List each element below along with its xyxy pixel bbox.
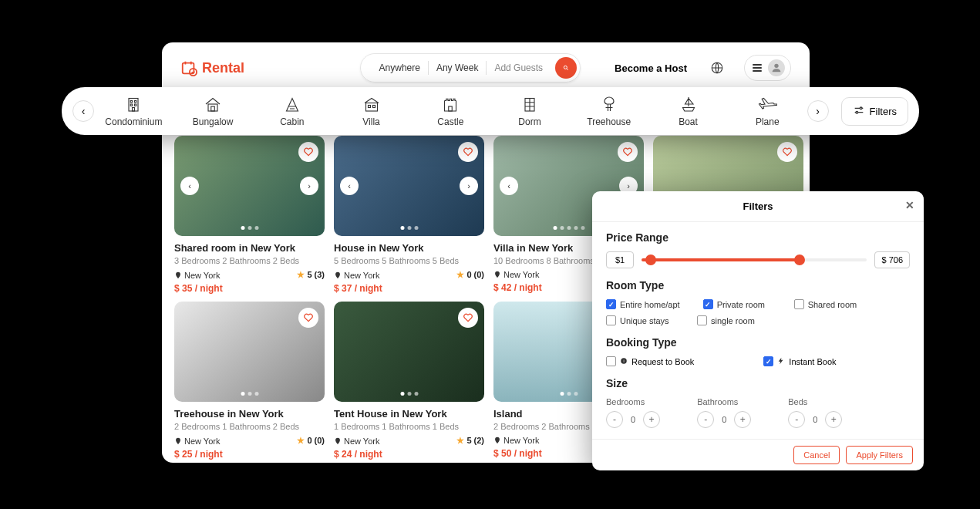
category-condominium[interactable]: Condominium <box>94 95 173 127</box>
search-when[interactable]: Any Week <box>429 62 486 73</box>
condominium-icon <box>123 95 143 113</box>
image-dots <box>241 392 258 396</box>
increment-button[interactable]: + <box>825 411 842 428</box>
heart-icon[interactable] <box>618 142 638 162</box>
image-prev-button[interactable]: ‹ <box>180 177 199 195</box>
villa-icon <box>362 95 382 113</box>
decrement-button[interactable]: - <box>606 411 623 428</box>
checkbox[interactable] <box>794 299 804 309</box>
svg-point-18 <box>860 107 862 110</box>
search-button[interactable] <box>555 57 577 79</box>
listing-card[interactable]: ‹›Shared room in New York3 Bedrooms 2 Ba… <box>174 136 325 294</box>
image-next-button[interactable]: › <box>300 177 318 195</box>
listing-location: New York <box>174 271 220 280</box>
filter-panel: Filters ✕ Price Range $1 $ 706 Room Type… <box>592 191 924 470</box>
checkbox[interactable] <box>606 315 616 325</box>
heart-icon[interactable] <box>458 308 478 328</box>
close-icon[interactable]: ✕ <box>905 199 914 211</box>
dorm-icon <box>520 95 540 113</box>
listing-price: $ 35 / night <box>174 283 325 294</box>
checkbox[interactable]: ✓ <box>606 299 616 309</box>
size-value: 0 <box>631 415 635 424</box>
booking-type-section: Booking Type iRequest to Book✓Instant Bo… <box>606 336 910 366</box>
brand-logo[interactable]: Rental <box>180 59 244 76</box>
slider-thumb-min[interactable] <box>645 254 656 265</box>
category-prev-button[interactable]: ‹ <box>72 100 94 122</box>
increment-button[interactable]: + <box>734 411 751 428</box>
listing-image[interactable] <box>174 302 325 402</box>
increment-button[interactable]: + <box>643 411 660 428</box>
slider-thumb-max[interactable] <box>794 254 805 265</box>
price-range-label: Price Range <box>606 231 910 244</box>
search-pill[interactable]: Anywhere Any Week Add Guests <box>360 53 581 83</box>
category-villa[interactable]: Villa <box>332 95 411 127</box>
booking-type-option[interactable]: iRequest to Book <box>606 356 694 366</box>
listing-location: New York <box>174 437 220 446</box>
listing-image[interactable]: ‹› <box>334 136 484 236</box>
room-type-option[interactable]: single room <box>697 315 765 325</box>
avatar-icon <box>768 59 785 76</box>
image-next-button[interactable]: › <box>460 177 478 195</box>
listing-card[interactable]: Tent House in New York1 Bedrooms 1 Bathr… <box>334 302 484 460</box>
price-min-input[interactable]: $1 <box>606 251 634 268</box>
user-menu[interactable] <box>744 55 791 81</box>
category-dorm[interactable]: Dorm <box>490 95 570 127</box>
svg-rect-15 <box>372 106 375 108</box>
price-max-input[interactable]: $ 706 <box>874 251 910 268</box>
filters-button[interactable]: Filters <box>841 97 908 126</box>
category-castle[interactable]: Castle <box>411 95 490 127</box>
image-dots <box>553 226 584 230</box>
cancel-button[interactable]: Cancel <box>793 446 840 464</box>
svg-rect-12 <box>211 106 215 111</box>
room-type-option[interactable]: Shared room <box>794 299 862 309</box>
category-next-button[interactable]: › <box>807 100 829 122</box>
svg-point-2 <box>564 66 567 69</box>
cabin-icon <box>282 95 302 113</box>
listing-price: $ 37 / night <box>334 283 484 294</box>
checkbox[interactable]: ✓ <box>703 299 713 309</box>
category-treehouse[interactable]: Treehouse <box>569 95 648 127</box>
heart-icon[interactable] <box>298 308 318 328</box>
apply-filters-button[interactable]: Apply Filters <box>846 446 913 464</box>
globe-icon[interactable] <box>710 61 724 75</box>
checkbox[interactable]: ✓ <box>763 356 773 366</box>
category-plane[interactable]: Plane <box>728 95 807 127</box>
listing-card[interactable]: ‹›House in New York5 Bedrooms 5 Bathroom… <box>334 136 484 294</box>
checkbox[interactable] <box>606 356 616 366</box>
category-cabin[interactable]: Cabin <box>252 95 332 127</box>
price-slider[interactable] <box>642 258 867 261</box>
heart-icon[interactable] <box>777 142 797 162</box>
category-bungalow[interactable]: Bungalow <box>173 95 253 127</box>
checkbox[interactable] <box>697 315 707 325</box>
category-boat[interactable]: Boat <box>648 95 728 127</box>
search-who[interactable]: Add Guests <box>487 62 551 73</box>
svg-rect-14 <box>368 106 370 108</box>
room-type-option[interactable]: ✓Entire home/apt <box>606 299 680 309</box>
image-dots <box>241 226 258 230</box>
size-section: Size Bedrooms-0+Bathrooms-0+Beds-0+ <box>606 377 910 428</box>
filters-label: Filters <box>870 106 897 117</box>
brand-text: Rental <box>202 60 244 76</box>
treehouse-icon <box>599 95 619 113</box>
booking-type-option[interactable]: ✓Instant Book <box>763 356 836 366</box>
listing-rating: ★ 5 (3) <box>297 270 325 280</box>
room-type-option[interactable]: ✓Private room <box>703 299 771 309</box>
image-prev-button[interactable]: ‹ <box>340 177 359 195</box>
decrement-button[interactable]: - <box>697 411 714 428</box>
listing-image[interactable]: ‹› <box>174 136 325 236</box>
size-value: 0 <box>813 415 817 424</box>
size-bathrooms: Bathrooms-0+ <box>697 397 751 428</box>
plane-icon <box>757 95 777 113</box>
listing-image[interactable] <box>334 302 484 402</box>
listing-title: Treehouse in New York <box>174 408 325 420</box>
size-beds: Beds-0+ <box>788 397 842 428</box>
listing-card[interactable]: Treehouse in New York2 Bedrooms 1 Bathro… <box>174 302 325 460</box>
boat-icon <box>679 95 699 113</box>
heart-icon[interactable] <box>298 142 318 162</box>
become-host-link[interactable]: Become a Host <box>615 62 687 74</box>
room-type-option[interactable]: Unique stays <box>606 315 674 325</box>
search-where[interactable]: Anywhere <box>372 62 428 73</box>
heart-icon[interactable] <box>458 142 478 162</box>
image-prev-button[interactable]: ‹ <box>500 177 518 195</box>
decrement-button[interactable]: - <box>788 411 805 428</box>
